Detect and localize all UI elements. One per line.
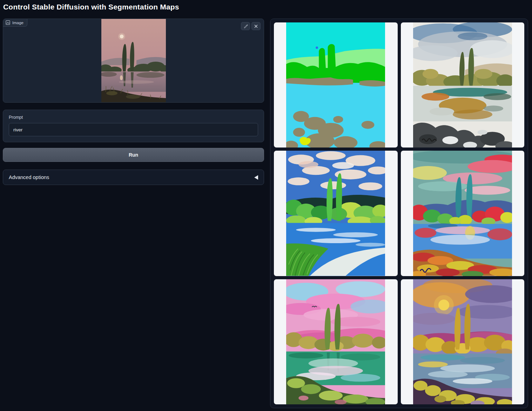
prompt-input[interactable] [9, 123, 258, 136]
watercolor-image [413, 22, 512, 148]
advanced-options-accordion[interactable]: Advanced options [3, 170, 264, 185]
page-title: Control Stable Diffusion with Segmentati… [3, 3, 179, 11]
prompt-label: Prompt [9, 115, 258, 120]
gallery-item-segmentation-map[interactable] [274, 22, 398, 148]
output-gallery [270, 19, 528, 408]
uploaded-image-wrap [3, 19, 264, 102]
uploaded-image[interactable] [101, 19, 166, 102]
gallery-item-watercolor[interactable] [401, 22, 525, 148]
image-actions [241, 22, 261, 30]
image-label-badge: Image [3, 19, 27, 27]
golden-sunset-image [413, 279, 512, 404]
input-column: Image [3, 19, 264, 185]
image-label: Image [12, 21, 23, 25]
gallery-item-vivid-green[interactable] [274, 151, 398, 276]
edit-image-button[interactable] [241, 22, 250, 30]
gallery-item-golden-sunset[interactable] [401, 279, 525, 404]
pink-pastel-image [286, 279, 385, 404]
fauvist-image [413, 151, 512, 276]
run-button[interactable]: Run [3, 148, 264, 162]
prompt-block: Prompt [3, 110, 264, 142]
clear-image-button[interactable] [251, 22, 261, 30]
vivid-green-image [286, 151, 385, 276]
image-input-panel: Image [3, 19, 264, 103]
gallery-grid [274, 22, 524, 404]
triangle-left-icon [254, 175, 258, 180]
close-icon [254, 24, 258, 28]
gallery-item-pink-pastel[interactable] [274, 279, 398, 404]
advanced-options-label: Advanced options [9, 174, 49, 180]
segmentation-map-image [286, 22, 385, 148]
gallery-item-fauvist[interactable] [401, 151, 525, 276]
pencil-icon [243, 24, 248, 28]
image-icon [6, 20, 10, 25]
